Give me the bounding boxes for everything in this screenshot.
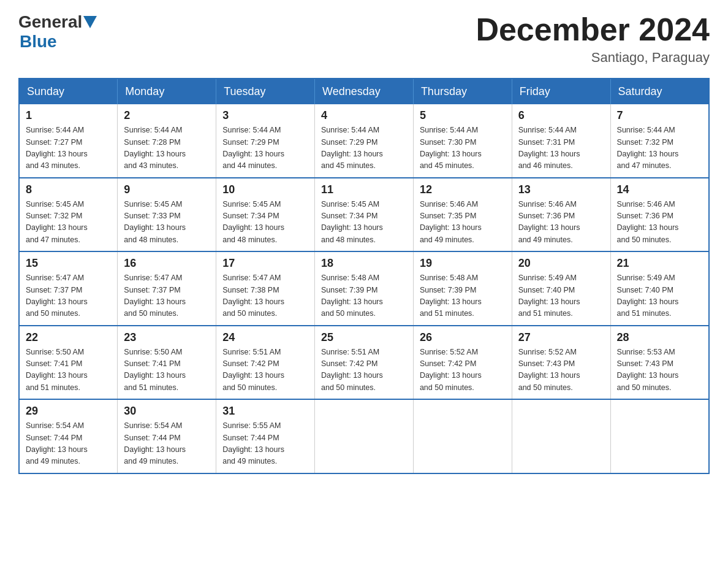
day-info: Sunrise: 5:46 AMSunset: 7:36 PMDaylight:… <box>617 199 702 247</box>
day-number: 17 <box>222 257 308 270</box>
day-number: 19 <box>420 257 506 270</box>
day-number: 1 <box>26 109 111 122</box>
column-header-monday: Monday <box>118 79 216 104</box>
day-number: 10 <box>222 183 308 196</box>
calendar-cell: 5Sunrise: 5:44 AMSunset: 7:30 PMDaylight… <box>413 104 512 178</box>
calendar-cell: 31Sunrise: 5:55 AMSunset: 7:44 PMDayligh… <box>216 399 315 473</box>
calendar-week-row: 8Sunrise: 5:45 AMSunset: 7:32 PMDaylight… <box>19 178 709 252</box>
day-number: 7 <box>617 109 702 122</box>
calendar-cell: 1Sunrise: 5:44 AMSunset: 7:27 PMDaylight… <box>19 104 118 178</box>
day-info: Sunrise: 5:46 AMSunset: 7:36 PMDaylight:… <box>518 199 604 247</box>
day-info: Sunrise: 5:50 AMSunset: 7:41 PMDaylight:… <box>26 347 111 394</box>
column-header-thursday: Thursday <box>413 79 512 104</box>
calendar-cell: 13Sunrise: 5:46 AMSunset: 7:36 PMDayligh… <box>512 178 610 252</box>
day-info: Sunrise: 5:44 AMSunset: 7:29 PMDaylight:… <box>222 124 308 172</box>
logo: General Blue <box>18 12 97 52</box>
calendar-cell: 26Sunrise: 5:52 AMSunset: 7:42 PMDayligh… <box>413 326 512 400</box>
day-number: 8 <box>26 183 111 196</box>
day-number: 9 <box>124 183 210 196</box>
day-number: 25 <box>321 331 407 344</box>
logo-blue-text: Blue <box>20 32 57 51</box>
column-header-wednesday: Wednesday <box>315 79 414 104</box>
month-title: December 2024 <box>476 12 710 47</box>
day-number: 27 <box>518 331 604 344</box>
day-info: Sunrise: 5:45 AMSunset: 7:34 PMDaylight:… <box>321 199 407 247</box>
day-info: Sunrise: 5:51 AMSunset: 7:42 PMDaylight:… <box>222 347 308 394</box>
day-number: 22 <box>26 331 111 344</box>
day-number: 15 <box>26 257 111 270</box>
day-info: Sunrise: 5:45 AMSunset: 7:32 PMDaylight:… <box>26 199 111 247</box>
calendar-cell: 30Sunrise: 5:54 AMSunset: 7:44 PMDayligh… <box>118 399 216 473</box>
column-header-friday: Friday <box>512 79 610 104</box>
calendar-week-row: 15Sunrise: 5:47 AMSunset: 7:37 PMDayligh… <box>19 251 709 326</box>
day-number: 30 <box>124 405 210 418</box>
day-info: Sunrise: 5:44 AMSunset: 7:29 PMDaylight:… <box>321 124 407 172</box>
day-info: Sunrise: 5:45 AMSunset: 7:33 PMDaylight:… <box>124 199 210 247</box>
calendar-cell <box>610 399 709 473</box>
day-number: 24 <box>222 331 308 344</box>
calendar-cell: 27Sunrise: 5:52 AMSunset: 7:43 PMDayligh… <box>512 326 610 400</box>
calendar-cell: 19Sunrise: 5:48 AMSunset: 7:39 PMDayligh… <box>413 251 512 326</box>
calendar-cell: 7Sunrise: 5:44 AMSunset: 7:32 PMDaylight… <box>610 104 709 178</box>
column-header-tuesday: Tuesday <box>216 79 315 104</box>
day-info: Sunrise: 5:45 AMSunset: 7:34 PMDaylight:… <box>222 199 308 247</box>
day-number: 21 <box>617 257 702 270</box>
day-info: Sunrise: 5:54 AMSunset: 7:44 PMDaylight:… <box>124 420 210 468</box>
calendar-cell: 9Sunrise: 5:45 AMSunset: 7:33 PMDaylight… <box>118 178 216 252</box>
day-info: Sunrise: 5:54 AMSunset: 7:44 PMDaylight:… <box>26 420 111 468</box>
calendar-cell: 3Sunrise: 5:44 AMSunset: 7:29 PMDaylight… <box>216 104 315 178</box>
calendar-cell: 15Sunrise: 5:47 AMSunset: 7:37 PMDayligh… <box>19 251 118 326</box>
calendar-table: SundayMondayTuesdayWednesdayThursdayFrid… <box>18 78 710 474</box>
calendar-cell: 16Sunrise: 5:47 AMSunset: 7:37 PMDayligh… <box>118 251 216 326</box>
title-section: December 2024 Santiago, Paraguay <box>476 12 710 66</box>
day-info: Sunrise: 5:44 AMSunset: 7:28 PMDaylight:… <box>124 124 210 172</box>
calendar-cell: 21Sunrise: 5:49 AMSunset: 7:40 PMDayligh… <box>610 251 709 326</box>
calendar-cell <box>413 399 512 473</box>
logo-triangle-icon <box>83 16 97 29</box>
day-number: 5 <box>420 109 506 122</box>
calendar-week-row: 1Sunrise: 5:44 AMSunset: 7:27 PMDaylight… <box>19 104 709 178</box>
svg-marker-0 <box>83 16 97 28</box>
calendar-cell: 20Sunrise: 5:49 AMSunset: 7:40 PMDayligh… <box>512 251 610 326</box>
day-number: 29 <box>26 405 111 418</box>
day-info: Sunrise: 5:53 AMSunset: 7:43 PMDaylight:… <box>617 347 702 394</box>
day-info: Sunrise: 5:47 AMSunset: 7:38 PMDaylight:… <box>222 272 308 320</box>
calendar-cell: 2Sunrise: 5:44 AMSunset: 7:28 PMDaylight… <box>118 104 216 178</box>
calendar-cell: 25Sunrise: 5:51 AMSunset: 7:42 PMDayligh… <box>315 326 414 400</box>
day-number: 11 <box>321 183 407 196</box>
calendar-week-row: 29Sunrise: 5:54 AMSunset: 7:44 PMDayligh… <box>19 399 709 473</box>
calendar-header-row: SundayMondayTuesdayWednesdayThursdayFrid… <box>19 79 709 104</box>
day-number: 20 <box>518 257 604 270</box>
column-header-saturday: Saturday <box>610 79 709 104</box>
calendar-cell: 12Sunrise: 5:46 AMSunset: 7:35 PMDayligh… <box>413 178 512 252</box>
day-info: Sunrise: 5:48 AMSunset: 7:39 PMDaylight:… <box>321 272 407 320</box>
day-number: 18 <box>321 257 407 270</box>
day-info: Sunrise: 5:44 AMSunset: 7:32 PMDaylight:… <box>617 124 702 172</box>
logo-general-text: General <box>18 12 82 32</box>
calendar-cell: 17Sunrise: 5:47 AMSunset: 7:38 PMDayligh… <box>216 251 315 326</box>
calendar-cell: 22Sunrise: 5:50 AMSunset: 7:41 PMDayligh… <box>19 326 118 400</box>
calendar-cell: 6Sunrise: 5:44 AMSunset: 7:31 PMDaylight… <box>512 104 610 178</box>
day-info: Sunrise: 5:46 AMSunset: 7:35 PMDaylight:… <box>420 199 506 247</box>
day-info: Sunrise: 5:52 AMSunset: 7:43 PMDaylight:… <box>518 347 604 394</box>
day-info: Sunrise: 5:48 AMSunset: 7:39 PMDaylight:… <box>420 272 506 320</box>
calendar-cell: 10Sunrise: 5:45 AMSunset: 7:34 PMDayligh… <box>216 178 315 252</box>
day-info: Sunrise: 5:52 AMSunset: 7:42 PMDaylight:… <box>420 347 506 394</box>
day-number: 28 <box>617 331 702 344</box>
day-info: Sunrise: 5:47 AMSunset: 7:37 PMDaylight:… <box>26 272 111 320</box>
day-info: Sunrise: 5:44 AMSunset: 7:27 PMDaylight:… <box>26 124 111 172</box>
day-number: 3 <box>222 109 308 122</box>
calendar-cell: 24Sunrise: 5:51 AMSunset: 7:42 PMDayligh… <box>216 326 315 400</box>
location-label: Santiago, Paraguay <box>476 50 710 66</box>
calendar-cell: 18Sunrise: 5:48 AMSunset: 7:39 PMDayligh… <box>315 251 414 326</box>
calendar-cell <box>315 399 414 473</box>
calendar-cell: 28Sunrise: 5:53 AMSunset: 7:43 PMDayligh… <box>610 326 709 400</box>
day-info: Sunrise: 5:49 AMSunset: 7:40 PMDaylight:… <box>617 272 702 320</box>
day-number: 4 <box>321 109 407 122</box>
calendar-cell: 11Sunrise: 5:45 AMSunset: 7:34 PMDayligh… <box>315 178 414 252</box>
day-number: 31 <box>222 405 308 418</box>
day-info: Sunrise: 5:50 AMSunset: 7:41 PMDaylight:… <box>124 347 210 394</box>
day-info: Sunrise: 5:55 AMSunset: 7:44 PMDaylight:… <box>222 420 308 468</box>
calendar-cell: 14Sunrise: 5:46 AMSunset: 7:36 PMDayligh… <box>610 178 709 252</box>
page-header: General Blue December 2024 Santiago, Par… <box>18 12 710 66</box>
